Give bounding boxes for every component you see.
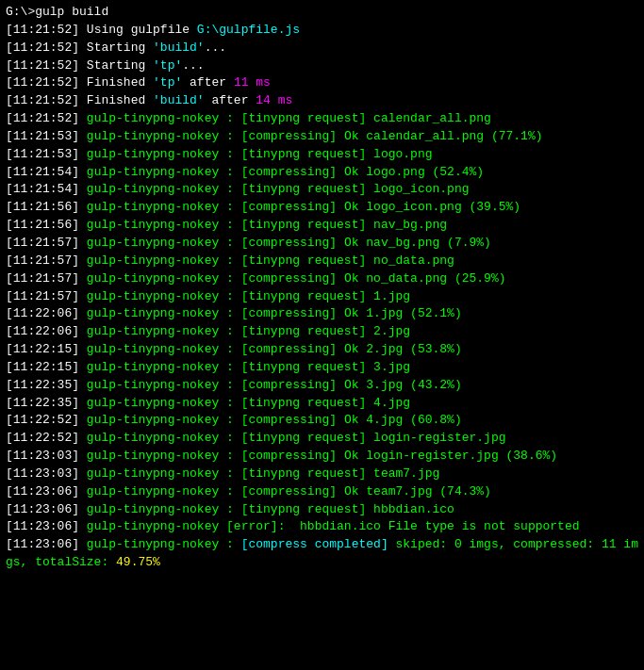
terminal-text: gulp-tinypng-nokey : [tinypng request] l… [87,431,506,445]
terminal-line: [11:22:15] gulp-tinypng-nokey : [compres… [6,341,638,359]
terminal-text: Ok [344,200,359,214]
terminal-text: gulp-tinypng-nokey : [tinypng request] l… [87,182,470,196]
terminal-line: [11:23:06] gulp-tinypng-nokey : [compres… [6,483,638,501]
terminal-text: Ok [344,165,359,179]
terminal-text: logo.png (52.4%) [358,165,484,179]
terminal-line: [11:21:52] Starting 'tp'... [6,57,638,75]
terminal-text: gulp-tinypng-nokey : [tinypng request] n… [87,253,454,268]
terminal-text: gulp-tinypng-nokey : [compressing] [87,129,344,143]
terminal-text: [11:22:52] [6,413,87,427]
terminal-line: [11:21:54] gulp-tinypng-nokey : [tinypng… [6,181,638,199]
terminal-text: [11:21:53] [6,147,87,161]
terminal-text: Ok [344,342,359,356]
terminal-text: gulp-tinypng-nokey : [tinypng request] 1… [87,289,410,303]
terminal-text: [11:21:52] [6,23,87,37]
terminal-text: [11:22:06] [6,306,87,320]
terminal-text: gulp-tinypng-nokey : [compressing] [87,236,344,250]
terminal-text: [11:22:15] [6,342,87,356]
terminal-text: logo_icon.png (39.5%) [358,200,520,214]
terminal-text: [11:23:06] [6,502,87,516]
terminal-text: after [182,75,234,90]
terminal-text: Starting [87,58,153,73]
terminal-text: no_data.png (25.9%) [358,271,505,286]
terminal-line: [11:22:15] gulp-tinypng-nokey : [tinypng… [6,359,638,377]
terminal-line: [11:21:52] Finished 'build' after 14 ms [6,92,638,110]
terminal-text: [11:21:56] [6,218,87,232]
terminal-text: [11:23:06] [6,519,87,533]
terminal-text: gulp-tinypng-nokey : [tinypng request] t… [87,466,439,481]
terminal-text: [11:21:57] [6,236,87,250]
terminal-text: Ok [344,449,359,463]
terminal-text: gulp-tinypng-nokey : [tinypng request] 4… [87,396,410,410]
terminal-text: gulp-tinypng-nokey : [compressing] [87,413,344,427]
terminal-text: [11:21:54] [6,165,87,179]
terminal-text: [11:21:52] [6,93,87,107]
terminal-line: [11:23:06] gulp-tinypng-nokey : [compres… [6,536,638,572]
terminal-text: gulp-tinypng-nokey : [compressing] [87,449,344,463]
terminal-text: 'tp' [153,58,182,73]
terminal-text: 2.jpg (53.8%) [358,342,461,356]
terminal-text: 14 ms [256,93,292,107]
terminal-text: [11:23:06] [6,537,87,551]
terminal-text: 3.jpg (43.2%) [358,378,461,392]
terminal-line: [11:22:35] gulp-tinypng-nokey : [compres… [6,377,638,395]
terminal-text: [compress completed] [241,537,388,551]
terminal-text: gulp-tinypng-nokey : [compressing] [87,484,344,498]
terminal-text: [11:21:52] [6,75,87,90]
terminal-text: Ok [344,413,359,427]
terminal-window: G:\>gulp build[11:21:52] Using gulpfile … [6,4,638,572]
terminal-text: gulp-tinypng-nokey : [compressing] [87,200,344,214]
terminal-text: Ok [344,378,359,392]
terminal-text: 'build' [153,93,205,107]
terminal-text: Starting [87,41,153,55]
terminal-line: [11:21:53] gulp-tinypng-nokey : [tinypng… [6,146,638,164]
terminal-text: [11:22:06] [6,324,87,338]
terminal-text: gulp-tinypng-nokey : [compressing] [87,165,344,179]
terminal-text: [11:21:52] [6,111,87,125]
terminal-text: Finished [87,93,153,107]
terminal-text: gulp-tinypng-nokey : [compressing] [87,342,344,356]
terminal-line: [11:23:03] gulp-tinypng-nokey : [compres… [6,448,638,466]
terminal-text: [11:21:57] [6,253,87,268]
terminal-text: after [205,93,256,107]
terminal-text: [11:22:52] [6,431,87,445]
terminal-text: login-register.jpg (38.6%) [358,449,557,463]
terminal-line: [11:21:54] gulp-tinypng-nokey : [compres… [6,164,638,182]
terminal-line: [11:21:57] gulp-tinypng-nokey : [compres… [6,235,638,253]
terminal-line: [11:21:52] gulp-tinypng-nokey : [tinypng… [6,110,638,128]
terminal-text: Finished [87,75,153,90]
terminal-line: [11:23:06] gulp-tinypng-nokey : [tinypng… [6,501,638,519]
terminal-line: [11:22:52] gulp-tinypng-nokey : [tinypng… [6,430,638,448]
terminal-text: calendar_all.png (77.1%) [358,129,542,143]
terminal-text: gulp-tinypng-nokey : [tinypng request] c… [87,111,491,125]
terminal-text: Ok [344,306,359,320]
terminal-line: [11:21:57] gulp-tinypng-nokey : [compres… [6,270,638,288]
terminal-text: 'tp' [153,75,182,90]
terminal-text: 1.jpg (52.1%) [358,306,461,320]
terminal-line: [11:22:06] gulp-tinypng-nokey : [tinypng… [6,323,638,341]
terminal-text: 11 ms [234,75,271,90]
terminal-text: gulp-tinypng-nokey : [compressing] [87,306,344,320]
terminal-line: [11:21:52] Starting 'build'... [6,40,638,57]
terminal-line: [11:23:03] gulp-tinypng-nokey : [tinypng… [6,466,638,483]
terminal-line: [11:21:52] Finished 'tp' after 11 ms [6,74,638,92]
terminal-text: Ok [344,129,359,143]
terminal-text: gulp-tinypng-nokey : [tinypng request] 3… [87,360,410,374]
terminal-text: [11:22:35] [6,396,87,410]
terminal-text: gulp-tinypng-nokey : [compressing] [87,271,344,286]
terminal-text: 49.75% [116,555,160,569]
terminal-text: gulp-tinypng-nokey [error]: hbbdian.ico … [87,519,580,533]
terminal-text: G:\>gulp build [6,5,108,19]
terminal-text: 'build' [153,41,205,55]
terminal-line: [11:22:06] gulp-tinypng-nokey : [compres… [6,305,638,323]
terminal-line: G:\>gulp build [6,4,638,22]
terminal-line: [11:21:56] gulp-tinypng-nokey : [compres… [6,199,638,217]
terminal-text: Ok [344,236,359,250]
terminal-text: Ok [344,271,359,286]
terminal-line: [11:21:57] gulp-tinypng-nokey : [tinypng… [6,253,638,270]
terminal-text: [11:21:54] [6,182,87,196]
terminal-text: [11:21:57] [6,271,87,286]
terminal-line: [11:21:57] gulp-tinypng-nokey : [tinypng… [6,288,638,306]
terminal-line: [11:22:52] gulp-tinypng-nokey : [compres… [6,412,638,430]
terminal-text: gulp-tinypng-nokey : [tinypng request] 2… [87,324,410,338]
